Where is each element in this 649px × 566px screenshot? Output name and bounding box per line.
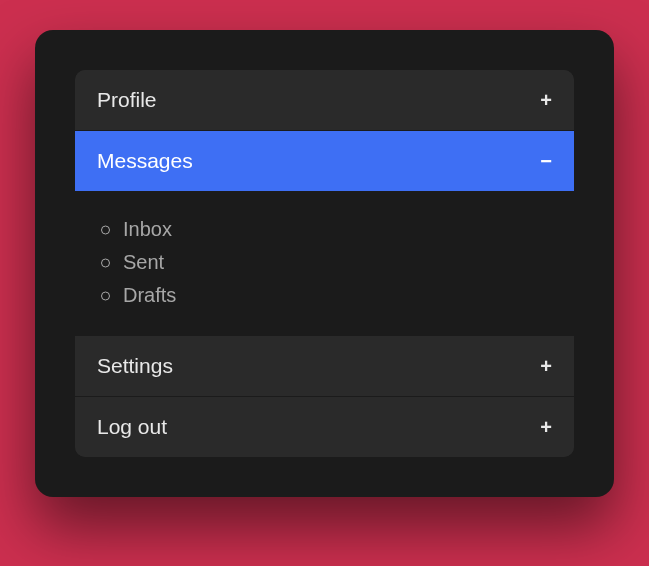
- accordion-header-settings[interactable]: Settings +: [75, 336, 574, 397]
- accordion-label: Profile: [97, 88, 157, 112]
- submenu-item-inbox[interactable]: Inbox: [95, 213, 554, 246]
- accordion-item-profile: Profile +: [75, 70, 574, 131]
- accordion-header-profile[interactable]: Profile +: [75, 70, 574, 131]
- menu-panel: Profile + Messages − Inbox Sent Drafts S…: [35, 30, 614, 497]
- minus-icon: −: [540, 151, 552, 171]
- accordion-item-messages: Messages − Inbox Sent Drafts: [75, 131, 574, 336]
- plus-icon: +: [540, 417, 552, 437]
- accordion-label: Settings: [97, 354, 173, 378]
- accordion-label: Messages: [97, 149, 193, 173]
- accordion: Profile + Messages − Inbox Sent Drafts S…: [75, 70, 574, 457]
- accordion-item-logout: Log out +: [75, 397, 574, 457]
- plus-icon: +: [540, 356, 552, 376]
- accordion-label: Log out: [97, 415, 167, 439]
- submenu-list: Inbox Sent Drafts: [95, 213, 554, 312]
- submenu-item-sent[interactable]: Sent: [95, 246, 554, 279]
- submenu-item-drafts[interactable]: Drafts: [95, 279, 554, 312]
- accordion-header-logout[interactable]: Log out +: [75, 397, 574, 457]
- accordion-body-messages: Inbox Sent Drafts: [75, 191, 574, 336]
- accordion-header-messages[interactable]: Messages −: [75, 131, 574, 191]
- plus-icon: +: [540, 90, 552, 110]
- accordion-item-settings: Settings +: [75, 336, 574, 397]
